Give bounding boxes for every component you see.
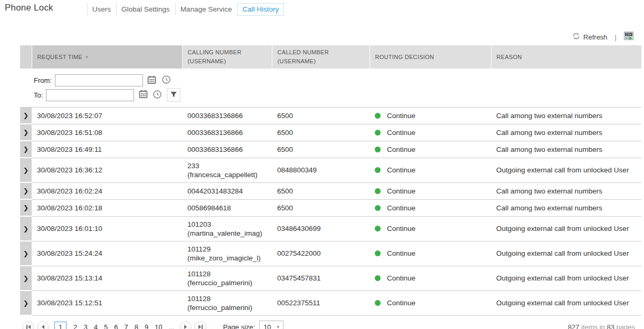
- routing-decision-cell: Continue: [370, 158, 491, 182]
- sort-desc-icon: ▾: [86, 54, 88, 60]
- routing-decision: Continue: [387, 274, 415, 283]
- first-page-button[interactable]: [22, 321, 34, 329]
- called-number-cell: 03475457831: [272, 266, 370, 291]
- tab-call-history[interactable]: Call History: [237, 3, 284, 16]
- column-label-request-time: REQUEST TIME: [37, 54, 83, 60]
- page-number[interactable]: 8: [135, 323, 138, 329]
- reason-cell: Outgoing external call from unlocked Use…: [491, 158, 641, 182]
- column-header-request-time[interactable]: REQUEST TIME▾: [32, 45, 182, 69]
- tab-global-settings[interactable]: Global Settings: [116, 3, 175, 16]
- request-time-cell: 30/08/2023 16:02:24: [32, 182, 182, 199]
- next-page-button[interactable]: [179, 321, 192, 329]
- refresh-button[interactable]: Refresh: [572, 32, 608, 42]
- prev-page-button[interactable]: [37, 321, 49, 329]
- chevron-down-icon: ▾: [277, 324, 280, 329]
- called-number-cell: 03486430699: [272, 216, 370, 241]
- column-header-called-number[interactable]: CALLED NUMBER (USERNAME): [272, 45, 370, 69]
- status-dot-icon: [375, 113, 381, 119]
- routing-decision: Continue: [387, 249, 415, 258]
- request-time: 30/08/2023 16:49:11: [37, 146, 102, 153]
- page-number[interactable]: 7: [124, 323, 128, 329]
- table-row: ❯ 30/08/2023 16:01:10 101203 (martina_va…: [20, 216, 641, 241]
- status-dot-icon: [375, 275, 381, 281]
- page-size-label: Page size:: [223, 323, 255, 329]
- column-header-calling-number[interactable]: CALLING NUMBER (USERNAME): [182, 45, 272, 69]
- calling-username: (martina_valente_imag): [187, 229, 267, 238]
- table-row: ❯ 30/08/2023 16:52:07 00033683136866 650…: [20, 108, 641, 124]
- apply-filter-button[interactable]: [167, 88, 181, 102]
- expand-row-icon: ❯: [23, 250, 29, 257]
- row-expander[interactable]: ❯: [20, 141, 32, 158]
- filter-from-input[interactable]: [55, 74, 143, 86]
- to-calendar-button[interactable]: [138, 90, 148, 100]
- table-row: ❯ 30/08/2023 16:36:12 233 (francesca_cap…: [20, 158, 641, 182]
- row-expander[interactable]: ❯: [20, 266, 32, 291]
- row-expander[interactable]: ❯: [20, 108, 32, 124]
- calling-number: 00442031483284: [187, 187, 267, 196]
- routing-decision-cell: Continue: [370, 241, 491, 266]
- expand-row-icon: ❯: [23, 225, 29, 233]
- column-header-routing-decision[interactable]: ROUTING DECISION: [370, 45, 491, 69]
- table-row: ❯ 30/08/2023 16:02:24 00442031483284 650…: [20, 182, 641, 199]
- page-number[interactable]: 4: [94, 323, 98, 329]
- status-dot-icon: [375, 250, 381, 256]
- table-toolbar: Refresh | CSV: [20, 32, 634, 42]
- page-number[interactable]: 2: [73, 323, 77, 329]
- calling-username: (francesca_cappellett): [187, 170, 267, 179]
- filter-to-input[interactable]: [46, 89, 134, 101]
- routing-decision: Continue: [387, 128, 415, 137]
- row-expander[interactable]: ❯: [20, 124, 32, 141]
- page-size-select[interactable]: 10 ▾: [259, 321, 283, 329]
- called-number: 0848800349: [277, 166, 317, 174]
- reason: Outgoing external call from unlocked Use…: [496, 249, 629, 257]
- status-dot-icon: [375, 300, 381, 306]
- calling-number: 00033683136866: [187, 145, 267, 154]
- export-csv-button[interactable]: CSV: [624, 32, 634, 42]
- page-number[interactable]: 5: [104, 323, 108, 329]
- clock-icon: [162, 75, 171, 86]
- table-row: ❯ 30/08/2023 15:12:51 101128 (ferruccio_…: [20, 291, 641, 315]
- page-number[interactable]: 1: [54, 322, 67, 329]
- last-page-button[interactable]: [194, 321, 206, 329]
- table-row: ❯ 30/08/2023 15:24:24 101129 (mike_zoro_…: [20, 241, 641, 266]
- reason: Outgoing external call from unlocked Use…: [496, 225, 629, 233]
- row-expander[interactable]: ❯: [20, 216, 32, 241]
- pages-count: 83: [607, 323, 614, 329]
- row-expander[interactable]: ❯: [20, 291, 32, 315]
- status-dot-icon: [375, 147, 381, 152]
- request-time: 30/08/2023 16:02:18: [37, 204, 102, 212]
- request-time-cell: 30/08/2023 16:02:18: [32, 199, 182, 216]
- tab-manage-service[interactable]: Manage Service: [175, 3, 238, 16]
- column-label-calling-number: CALLING NUMBER: [188, 48, 267, 57]
- page-number[interactable]: 3: [83, 323, 87, 329]
- calling-number: 101129: [187, 245, 267, 254]
- from-time-button[interactable]: [161, 75, 172, 86]
- request-time-cell: 30/08/2023 16:01:10: [32, 216, 182, 241]
- page-number[interactable]: 9: [145, 323, 148, 329]
- request-time-cell: 30/08/2023 16:36:12: [32, 158, 182, 182]
- called-number: 6500: [277, 204, 293, 212]
- page-number[interactable]: 10: [155, 323, 162, 329]
- row-expander[interactable]: ❯: [20, 182, 32, 199]
- routing-decision: Continue: [387, 224, 415, 233]
- from-calendar-button[interactable]: [147, 75, 157, 86]
- column-header-reason[interactable]: REASON: [491, 45, 641, 69]
- calling-number-cell: 00033683136866: [182, 108, 272, 124]
- to-time-button[interactable]: [152, 90, 163, 100]
- expand-row-icon: ❯: [23, 112, 29, 119]
- routing-decision: Continue: [387, 111, 415, 120]
- expand-row-icon: ❯: [23, 275, 29, 282]
- routing-decision-cell: Continue: [370, 108, 491, 124]
- page-number[interactable]: 6: [114, 323, 118, 329]
- row-expander[interactable]: ❯: [20, 158, 32, 182]
- routing-decision-cell: Continue: [370, 266, 491, 291]
- calling-number: 00033683136866: [187, 128, 267, 137]
- request-time-cell: 30/08/2023 15:24:24: [32, 241, 182, 266]
- row-expander[interactable]: ❯: [20, 199, 32, 216]
- called-number-cell: 6500: [272, 108, 370, 124]
- table-header: REQUEST TIME▾ CALLING NUMBER (USERNAME) …: [20, 45, 641, 108]
- row-expander[interactable]: ❯: [20, 241, 32, 266]
- tab-users[interactable]: Users: [87, 3, 116, 16]
- called-number: 6500: [277, 112, 293, 120]
- reason: Call among two external numbers: [496, 129, 602, 137]
